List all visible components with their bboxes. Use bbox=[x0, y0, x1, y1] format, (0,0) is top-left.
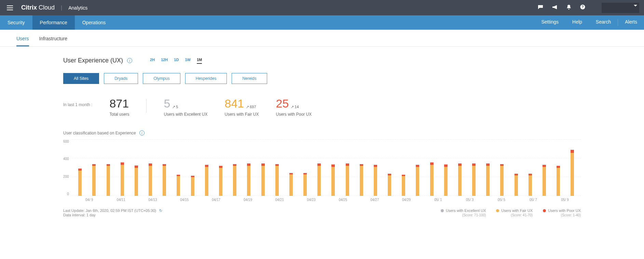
bar-day[interactable] bbox=[523, 174, 537, 196]
chart-area bbox=[72, 140, 581, 196]
stat-poor[interactable]: 2514 Users with Poor UX bbox=[276, 98, 312, 117]
bar-day[interactable] bbox=[537, 165, 551, 196]
nav-help[interactable]: Help bbox=[565, 19, 589, 25]
range-2H[interactable]: 2H bbox=[150, 58, 155, 64]
bell-icon[interactable] bbox=[566, 4, 571, 11]
bar-day[interactable] bbox=[551, 166, 565, 196]
legend-item: Users with Fair UX(Score: 41-70) bbox=[496, 208, 533, 217]
chat-icon[interactable] bbox=[538, 5, 543, 11]
nav-bar: SecurityPerformanceOperations SettingsHe… bbox=[0, 15, 644, 30]
bar-day[interactable] bbox=[73, 169, 87, 196]
bar-day[interactable] bbox=[368, 165, 382, 196]
bar-day[interactable] bbox=[101, 164, 115, 196]
nav-operations[interactable]: Operations bbox=[75, 15, 113, 30]
bar-day[interactable] bbox=[298, 173, 312, 196]
top-icons: ? bbox=[538, 3, 639, 13]
bar-day[interactable] bbox=[186, 176, 200, 196]
nav-performance[interactable]: Performance bbox=[32, 15, 75, 30]
bar-day[interactable] bbox=[453, 163, 467, 196]
site-olympus[interactable]: Olympus bbox=[143, 73, 180, 84]
range-1D[interactable]: 1D bbox=[174, 58, 179, 64]
nav-right: SettingsHelpSearchAlerts bbox=[534, 19, 644, 26]
help-icon[interactable]: ? bbox=[580, 4, 585, 11]
info-icon[interactable]: i bbox=[127, 58, 132, 63]
site-hesperides[interactable]: Hesperides bbox=[185, 73, 227, 84]
bar-day[interactable] bbox=[312, 163, 326, 196]
refresh-icon[interactable]: ↻ bbox=[159, 208, 162, 213]
brand: Citrix Cloud bbox=[21, 4, 55, 11]
bar-day[interactable] bbox=[382, 174, 396, 196]
bar-day[interactable] bbox=[284, 173, 298, 196]
app-name: Analytics bbox=[68, 5, 87, 11]
brand-divider: | bbox=[61, 5, 62, 11]
site-dryads[interactable]: Dryads bbox=[104, 73, 138, 84]
bar-day[interactable] bbox=[242, 163, 256, 196]
legend-item: Users with Poor UX(Score: 1-40) bbox=[543, 208, 581, 217]
bar-day[interactable] bbox=[481, 163, 495, 196]
y-axis: 6004002000 bbox=[63, 140, 72, 196]
bar-day[interactable] bbox=[495, 164, 509, 196]
divider bbox=[146, 99, 147, 113]
update-info: Last Update: Jan 6th, 2020, 02:59 PM IST… bbox=[63, 208, 162, 217]
chart-footer: Last Update: Jan 6th, 2020, 02:59 PM IST… bbox=[63, 208, 581, 217]
bar-day[interactable] bbox=[157, 164, 172, 196]
title-row: User Experience (UX) i 2H12H1D1W1M bbox=[63, 57, 581, 64]
bar-day[interactable] bbox=[411, 165, 425, 196]
svg-text:?: ? bbox=[581, 5, 584, 9]
site-filter-row: All SitesDryadsOlympusHesperidesNereids bbox=[63, 73, 581, 84]
range-1M[interactable]: 1M bbox=[197, 58, 202, 64]
bar-day[interactable] bbox=[129, 166, 143, 196]
bar-day[interactable] bbox=[200, 165, 214, 196]
bar-day[interactable] bbox=[143, 163, 157, 196]
bar-day[interactable] bbox=[340, 163, 354, 196]
bar-day[interactable] bbox=[87, 164, 101, 196]
bar-day[interactable] bbox=[397, 175, 411, 196]
bar-day[interactable] bbox=[256, 163, 270, 196]
stat-fair[interactable]: 841697 Users with Fair UX bbox=[224, 98, 259, 117]
x-axis: 04/ 904/1104/1304/1504/1704/1904/2104/23… bbox=[63, 198, 581, 202]
bar-day[interactable] bbox=[354, 164, 368, 196]
bar-day[interactable] bbox=[425, 162, 439, 196]
bar-day[interactable] bbox=[326, 164, 340, 196]
bar-day[interactable] bbox=[214, 166, 228, 196]
range-12H[interactable]: 12H bbox=[161, 58, 168, 64]
subnav-infrastructure[interactable]: Infrastructure bbox=[39, 36, 67, 46]
time-ranges: 2H12H1D1W1M bbox=[150, 58, 202, 64]
menu-icon[interactable] bbox=[5, 3, 15, 12]
nav-alerts[interactable]: Alerts bbox=[618, 19, 644, 25]
bar-day[interactable] bbox=[565, 150, 579, 196]
range-1W[interactable]: 1W bbox=[185, 58, 191, 64]
bar-day[interactable] bbox=[509, 174, 523, 196]
site-all-sites[interactable]: All Sites bbox=[63, 73, 99, 84]
chart-title-row: User classification based on Experience … bbox=[63, 130, 581, 135]
legend-item: Users with Excellent UX(Score: 71-100) bbox=[441, 208, 486, 217]
subnav-users[interactable]: Users bbox=[16, 36, 29, 46]
page-title: User Experience (UX) bbox=[63, 57, 123, 64]
site-nereids[interactable]: Nereids bbox=[232, 73, 267, 84]
nav-search[interactable]: Search bbox=[589, 19, 618, 25]
account-menu[interactable] bbox=[602, 3, 639, 13]
bar-day[interactable] bbox=[172, 175, 186, 196]
bar-day[interactable] bbox=[228, 164, 242, 196]
sub-nav: UsersInfrastructure bbox=[0, 30, 644, 47]
content: User Experience (UX) i 2H12H1D1W1M All S… bbox=[0, 47, 644, 231]
bar-day[interactable] bbox=[270, 164, 284, 196]
stat-total: 871 Total users bbox=[109, 98, 129, 117]
bar-day[interactable] bbox=[467, 163, 481, 196]
bar-day[interactable] bbox=[115, 162, 129, 196]
stats-prefix: In last 1 month : bbox=[63, 98, 92, 107]
top-bar: Citrix Cloud | Analytics ? bbox=[0, 0, 644, 15]
nav-security[interactable]: Security bbox=[0, 15, 32, 30]
stats-row: In last 1 month : 871 Total users 55 Use… bbox=[63, 98, 581, 117]
announce-icon[interactable] bbox=[552, 5, 558, 11]
stat-excellent[interactable]: 55 Users with Excellent UX bbox=[164, 98, 207, 117]
nav-settings[interactable]: Settings bbox=[534, 19, 565, 25]
legend: Users with Excellent UX(Score: 71-100)Us… bbox=[441, 208, 581, 217]
chart: 6004002000 bbox=[63, 140, 581, 196]
nav-items: SecurityPerformanceOperations bbox=[0, 15, 113, 30]
bar-day[interactable] bbox=[439, 164, 453, 196]
info-icon[interactable]: i bbox=[139, 130, 145, 135]
